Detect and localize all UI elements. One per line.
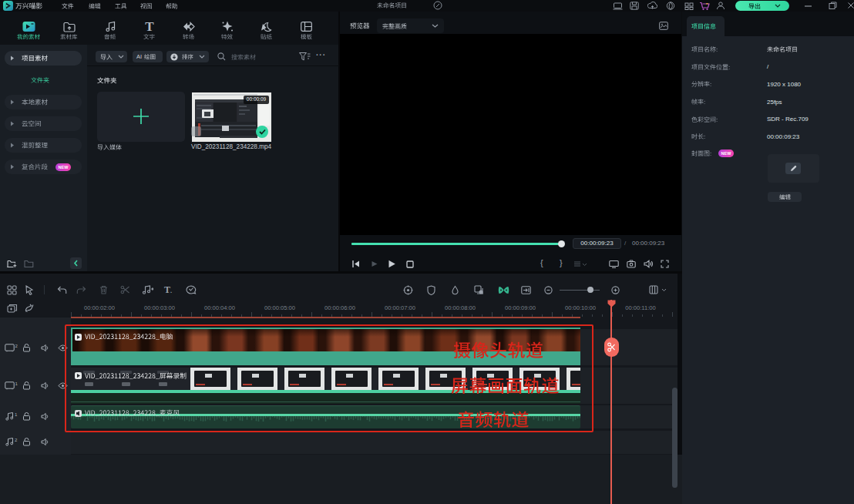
svg-text:1: 1 <box>15 381 18 386</box>
svg-text:2: 2 <box>15 438 18 442</box>
svg-text:2: 2 <box>15 344 18 348</box>
svg-text:1: 1 <box>15 412 18 417</box>
